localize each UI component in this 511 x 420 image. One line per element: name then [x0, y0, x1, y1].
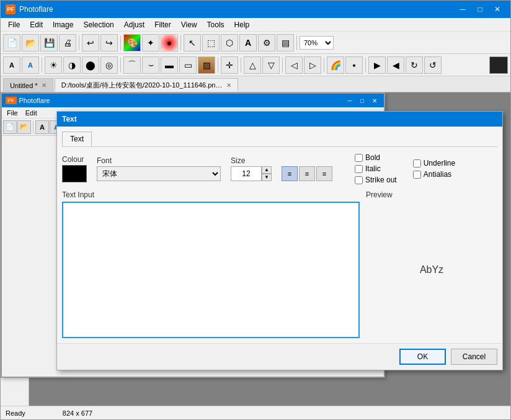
tab-close-image[interactable]: ✕: [226, 82, 231, 89]
inner-menu-edit[interactable]: Edit: [22, 109, 41, 117]
histogram-btn[interactable]: ▬: [161, 56, 178, 74]
font-btn[interactable]: A: [3, 56, 20, 74]
inner-close[interactable]: ✕: [369, 96, 380, 105]
arrow-right-btn[interactable]: ▶: [368, 56, 386, 74]
italic-checkbox-group[interactable]: Italic: [355, 164, 397, 173]
color-display: [489, 56, 508, 74]
triangle3-btn[interactable]: ◁: [285, 56, 303, 74]
contrast-btn[interactable]: ◑: [63, 56, 81, 74]
menu-adjust[interactable]: Adjust: [119, 19, 149, 30]
lasso-button[interactable]: ⬡: [221, 34, 238, 51]
status-bar: Ready 511 x 420: [1, 406, 510, 419]
rotate-btn[interactable]: ↻: [406, 56, 423, 74]
undo-button[interactable]: ↩: [82, 34, 99, 51]
hue-btn[interactable]: ⬤: [82, 56, 99, 74]
rect-select-button[interactable]: ⬚: [202, 34, 220, 51]
rotate2-btn[interactable]: ↺: [424, 56, 442, 74]
menu-tools[interactable]: Tools: [202, 19, 229, 30]
triangle1-btn[interactable]: △: [244, 56, 261, 74]
underline-checkbox[interactable]: [413, 159, 421, 168]
antialias-checkbox-group[interactable]: Antialias: [413, 170, 455, 179]
size-input[interactable]: [231, 166, 262, 181]
tab-close-untitled[interactable]: ✕: [42, 82, 47, 89]
zoom-select[interactable]: 70% 50% 100% 200%: [300, 36, 334, 50]
colour-group: Colour: [62, 155, 87, 182]
separator-4: [296, 35, 297, 50]
align-right-button[interactable]: ≡: [316, 166, 332, 181]
font-row: Colour Font 宋体 Arial Times New Roman Siz…: [62, 153, 497, 184]
effects-button[interactable]: ✦: [142, 34, 159, 51]
close-button[interactable]: ✕: [489, 3, 505, 16]
crosshair-btn[interactable]: ✛: [221, 56, 238, 74]
gray-btn[interactable]: ▪: [345, 56, 363, 74]
size-up-button[interactable]: ▲: [262, 166, 272, 174]
curve2-btn[interactable]: ⌣: [142, 56, 159, 74]
separator-11: [365, 58, 366, 73]
size-down-button[interactable]: ▼: [262, 174, 272, 181]
panel-button[interactable]: ▤: [277, 34, 294, 51]
toolbar-main: 📄 📂 💾 🖨 ↩ ↪ 🎨 ✦ ● ↖ ⬚ ⬡ A ⚙ ▤ 70% 50% 10…: [1, 32, 510, 54]
font-select[interactable]: 宋体 Arial Times New Roman: [97, 166, 221, 181]
separator-5: [42, 58, 42, 73]
menu-image[interactable]: Image: [48, 19, 78, 30]
font-group: Font 宋体 Arial Times New Roman: [97, 156, 221, 181]
strike-checkbox-group[interactable]: Strike out: [355, 176, 397, 184]
desert-btn[interactable]: ▨: [198, 56, 215, 74]
saturation-btn[interactable]: ◎: [100, 56, 118, 74]
italic-checkbox[interactable]: [355, 165, 363, 173]
separator-8: [241, 58, 241, 73]
tab-bar: Untitled * ✕ D:/tools/桌面/待上传安装包/2020-10-…: [1, 76, 510, 92]
inner-tool-a[interactable]: A: [35, 120, 49, 134]
title-bar: PF Photoflare ─ □ ✕: [1, 1, 510, 18]
separator-7: [218, 58, 218, 73]
open-button[interactable]: 📂: [22, 34, 39, 51]
colour-label: Colour: [62, 155, 87, 164]
redo-button[interactable]: ↪: [100, 34, 118, 51]
ok-button[interactable]: OK: [399, 349, 446, 365]
triangle2-btn[interactable]: ▽: [262, 56, 280, 74]
histogram2-btn[interactable]: ▭: [179, 56, 197, 74]
align-center-button[interactable]: ≡: [299, 166, 315, 181]
menu-selection[interactable]: Selection: [78, 19, 118, 30]
spray-button[interactable]: ●: [161, 34, 178, 51]
menu-edit[interactable]: Edit: [25, 19, 48, 30]
font-effect-btn[interactable]: A: [22, 56, 39, 74]
menu-view[interactable]: View: [176, 19, 202, 30]
text-tool-button[interactable]: A: [239, 34, 257, 51]
text-input[interactable]: [62, 202, 360, 338]
cancel-button[interactable]: Cancel: [451, 349, 497, 365]
antialias-checkbox[interactable]: [413, 171, 421, 179]
inner-menu-file[interactable]: File: [3, 109, 22, 117]
align-left-button[interactable]: ≡: [282, 166, 298, 181]
dialog-tab-bar: Text: [62, 132, 497, 147]
brightness-btn[interactable]: ☀: [45, 56, 62, 74]
select-button[interactable]: ↖: [184, 34, 201, 51]
strike-checkbox[interactable]: [355, 176, 363, 184]
inner-minimize[interactable]: ─: [344, 96, 355, 105]
save-button[interactable]: 💾: [40, 34, 58, 51]
tab-image[interactable]: D:/tools/桌面/待上传安装包/2020-10-10_111646.png…: [55, 78, 238, 92]
dialog-tab-text[interactable]: Text: [62, 132, 92, 146]
bold-checkbox-group[interactable]: Bold: [355, 153, 397, 162]
arrow-left-btn[interactable]: ◀: [387, 56, 404, 74]
minimize-button[interactable]: ─: [455, 3, 471, 16]
underline-checkbox-group[interactable]: Underline: [413, 159, 455, 168]
print-button[interactable]: 🖨: [59, 34, 76, 51]
title-bar-left: PF Photoflare: [6, 4, 53, 14]
maximize-button[interactable]: □: [472, 3, 488, 16]
color-wheel-btn[interactable]: 🌈: [327, 56, 344, 74]
bold-checkbox[interactable]: [355, 154, 363, 162]
color-swatch[interactable]: [62, 165, 87, 182]
menu-help[interactable]: Help: [229, 19, 255, 30]
menu-filter[interactable]: Filter: [149, 19, 176, 30]
inner-open[interactable]: 📂: [17, 120, 31, 134]
color-button[interactable]: 🎨: [123, 34, 141, 51]
menu-file[interactable]: File: [3, 19, 25, 30]
new-button[interactable]: 📄: [3, 34, 20, 51]
tab-untitled[interactable]: Untitled * ✕: [3, 78, 53, 92]
curve-btn[interactable]: ⌒: [123, 56, 141, 74]
inner-new[interactable]: 📄: [3, 120, 17, 134]
settings-button[interactable]: ⚙: [258, 34, 275, 51]
inner-maximize[interactable]: □: [357, 96, 368, 105]
triangle4-btn[interactable]: ▷: [304, 56, 321, 74]
